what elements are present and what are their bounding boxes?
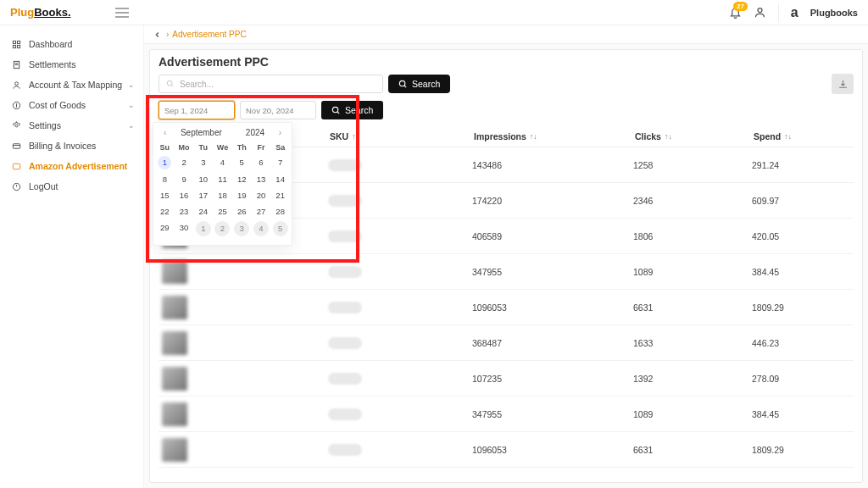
sidebar-item-dashboard[interactable]: Dashboard: [0, 34, 143, 54]
svg-point-22: [399, 80, 404, 86]
table-row[interactable]: 109605366311809.29: [159, 290, 854, 325]
sidebar-item-logout[interactable]: LogOut: [0, 176, 143, 197]
notifications-button[interactable]: 27: [729, 6, 742, 19]
breadcrumb-current: Advertisement PPC: [172, 30, 246, 39]
calendar-day[interactable]: 29: [155, 219, 175, 238]
product-thumbnail: [162, 296, 187, 319]
calendar-day[interactable]: 20: [252, 187, 271, 203]
menu-toggle-icon[interactable]: [115, 8, 129, 18]
calendar-day[interactable]: 17: [193, 187, 213, 203]
svg-line-23: [404, 85, 406, 86]
svg-rect-15: [13, 143, 19, 148]
date-from-input[interactable]: Sep 1, 2024: [159, 101, 235, 119]
calendar-day[interactable]: 30: [175, 219, 194, 238]
sort-icon[interactable]: ↑↓: [352, 132, 359, 141]
calendar-day[interactable]: 4: [213, 154, 232, 171]
cell-spend: 384.45: [752, 267, 854, 277]
sort-icon[interactable]: ↑↓: [784, 132, 792, 141]
cell-impressions: 1096053: [472, 445, 633, 455]
svg-point-24: [332, 107, 337, 112]
calendar-day[interactable]: 10: [193, 171, 213, 187]
search-button[interactable]: Search: [388, 75, 450, 93]
calendar-day-next-month[interactable]: 5: [273, 221, 288, 236]
calendar-day[interactable]: 25: [213, 203, 232, 219]
cell-impressions: 1096053: [472, 302, 633, 313]
calendar-day[interactable]: 5: [232, 154, 252, 171]
table-row[interactable]: 3479551089384.45: [159, 254, 854, 290]
calendar-day-next-month[interactable]: 1: [196, 221, 211, 236]
sidebar-item-cost-of-goods[interactable]: Cost of Goods⌄: [0, 95, 143, 115]
calendar-day[interactable]: 12: [232, 171, 252, 187]
calendar-day[interactable]: 8: [155, 171, 175, 187]
brand-name: Plugbooks: [810, 8, 858, 18]
sidebar-item-settings[interactable]: Settings⌄: [0, 115, 143, 136]
calendar-dow: Th: [232, 141, 252, 154]
sku-blurred: [328, 266, 362, 278]
sidebar-item-amazon-advertisement[interactable]: Amazon Advertisement: [0, 156, 143, 176]
calendar-day[interactable]: 9: [175, 171, 194, 187]
calendar-day[interactable]: 1: [158, 156, 171, 169]
search-input[interactable]: Search...: [159, 75, 383, 93]
cell-clicks: 6631: [633, 302, 752, 313]
calendar-day[interactable]: 7: [270, 154, 290, 171]
svg-line-25: [337, 111, 339, 113]
cell-spend: 420.05: [752, 231, 854, 241]
cell-impressions: 347955: [472, 267, 633, 277]
download-button[interactable]: [832, 74, 854, 94]
calendar-day[interactable]: 16: [175, 187, 194, 203]
calendar-day[interactable]: 18: [213, 187, 232, 203]
sku-blurred: [328, 302, 362, 313]
chevron-down-icon: ⌄: [128, 121, 135, 130]
chevron-right-icon: ›: [166, 30, 169, 39]
next-month-button[interactable]: ›: [274, 126, 287, 139]
date-picker[interactable]: ‹ September 2024 › SuMoTuWeThFrSa1234567…: [153, 122, 292, 246]
calendar-day[interactable]: 14: [270, 171, 290, 187]
topbar: PlugBooks. 27 a Plugbooks: [0, 0, 868, 25]
search-placeholder: Search...: [180, 80, 214, 89]
table-row[interactable]: 3479551089384.45: [159, 396, 854, 432]
main: › Advertisement PPC Advertisement PPC Se…: [144, 25, 868, 488]
logo[interactable]: PlugBooks.: [10, 6, 71, 19]
sidebar-item-account-tax-mapping[interactable]: Account & Tax Mapping⌄: [0, 75, 143, 95]
calendar-day[interactable]: 6: [252, 154, 271, 171]
calendar-day[interactable]: 22: [155, 203, 175, 219]
calendar-day[interactable]: 15: [155, 187, 175, 203]
calendar-day[interactable]: 19: [232, 187, 252, 203]
table-row[interactable]: 3684871633446.23: [159, 325, 854, 361]
calendar-day[interactable]: 28: [270, 203, 290, 219]
calendar-day[interactable]: 2: [175, 154, 194, 171]
sort-icon[interactable]: ↑↓: [530, 132, 537, 141]
calendar-day[interactable]: 27: [252, 203, 271, 219]
cell-clicks: 1633: [633, 338, 752, 348]
profile-button[interactable]: [754, 6, 766, 19]
back-button[interactable]: [153, 30, 163, 39]
calendar-day-next-month[interactable]: 4: [253, 221, 269, 236]
table-row[interactable]: 1072351392278.09: [159, 361, 854, 396]
calendar-dow: Su: [155, 141, 175, 154]
sidebar-item-settlements[interactable]: Settlements: [0, 54, 143, 75]
calendar-day[interactable]: 11: [213, 171, 232, 187]
sku-blurred: [328, 337, 362, 349]
calendar-day[interactable]: 23: [175, 203, 194, 219]
calendar-day[interactable]: 3: [193, 154, 213, 171]
svg-rect-7: [17, 45, 19, 47]
search-icon: [331, 106, 341, 115]
calendar-day[interactable]: 21: [270, 187, 290, 203]
prev-month-button[interactable]: ‹: [159, 126, 171, 139]
sort-icon[interactable]: ↑↓: [665, 132, 672, 141]
table-row[interactable]: 109605366311809.29: [159, 432, 854, 468]
ad-icon: [12, 162, 24, 171]
sidebar-item-billing-invoices[interactable]: Billing & Invoices: [0, 136, 143, 156]
calendar-day[interactable]: 13: [252, 171, 271, 187]
product-thumbnail: [162, 260, 187, 284]
calendar-day-next-month[interactable]: 2: [214, 221, 230, 236]
cell-clicks: 1806: [633, 231, 752, 241]
calendar-day[interactable]: 26: [232, 203, 252, 219]
date-to-input[interactable]: Nov 20, 2024: [240, 101, 316, 119]
date-search-button[interactable]: Search: [321, 101, 383, 119]
cell-clicks: 1258: [633, 160, 752, 170]
cell-impressions: 406589: [472, 231, 633, 241]
calendar-day-next-month[interactable]: 3: [234, 221, 249, 236]
arrow-left-icon: [153, 30, 163, 39]
calendar-day[interactable]: 24: [193, 203, 213, 219]
